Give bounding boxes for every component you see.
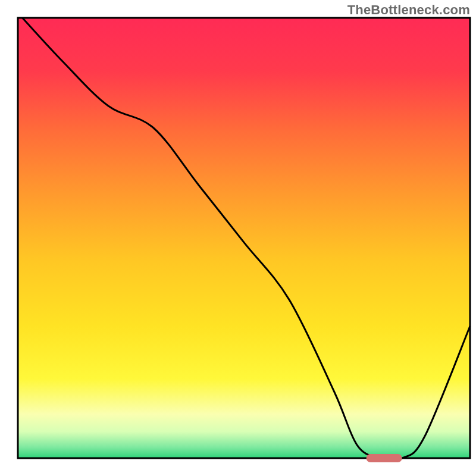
optimal-marker xyxy=(366,454,402,462)
watermark-text: TheBottleneck.com xyxy=(347,2,470,18)
plot-background xyxy=(18,18,470,458)
bottleneck-chart xyxy=(0,0,476,476)
chart-stage: TheBottleneck.com xyxy=(0,0,476,476)
